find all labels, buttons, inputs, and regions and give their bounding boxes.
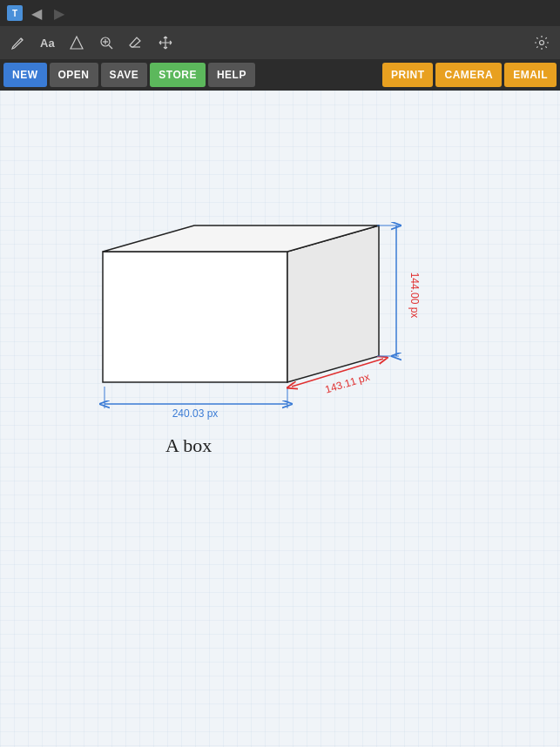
- store-button[interactable]: STORE: [150, 63, 206, 87]
- zoom-tool[interactable]: [93, 31, 119, 54]
- box-front-face: [103, 252, 287, 382]
- settings-tool[interactable]: [529, 31, 555, 54]
- back-button[interactable]: ◀: [28, 3, 45, 24]
- pencil-tool[interactable]: [5, 31, 31, 54]
- canvas-area[interactable]: 240.03 px 143.11 px 144.00 px A box: [0, 91, 560, 747]
- actionbar: NEW OPEN SAVE STORE HELP PRINT CAMERA EM…: [0, 59, 560, 91]
- toolbar: Aa: [0, 26, 560, 59]
- save-button[interactable]: SAVE: [101, 63, 148, 87]
- app-icon: T: [7, 5, 23, 21]
- camera-button[interactable]: CAMERA: [435, 63, 502, 87]
- svg-marker-0: [71, 37, 83, 49]
- drawing-svg: 240.03 px 143.11 px 144.00 px: [0, 91, 560, 747]
- width-dim-label: 240.03 px: [172, 407, 219, 420]
- eraser-tool[interactable]: [123, 31, 149, 54]
- titlebar: T ◀ ▶: [0, 0, 560, 26]
- svg-point-6: [540, 41, 544, 45]
- box-label: A box: [165, 434, 212, 457]
- box-right-face: [287, 225, 379, 382]
- new-button[interactable]: NEW: [3, 63, 47, 87]
- open-button[interactable]: OPEN: [50, 63, 98, 87]
- help-button[interactable]: HELP: [208, 63, 255, 87]
- move-tool[interactable]: [152, 31, 179, 54]
- print-button[interactable]: PRINT: [382, 63, 434, 87]
- text-tool[interactable]: Aa: [35, 33, 60, 53]
- svg-line-2: [109, 45, 112, 49]
- shape-tool[interactable]: [64, 31, 90, 54]
- email-button[interactable]: EMAIL: [504, 63, 557, 87]
- forward-button[interactable]: ▶: [51, 3, 68, 24]
- height-dim-label: 144.00 px: [408, 273, 421, 319]
